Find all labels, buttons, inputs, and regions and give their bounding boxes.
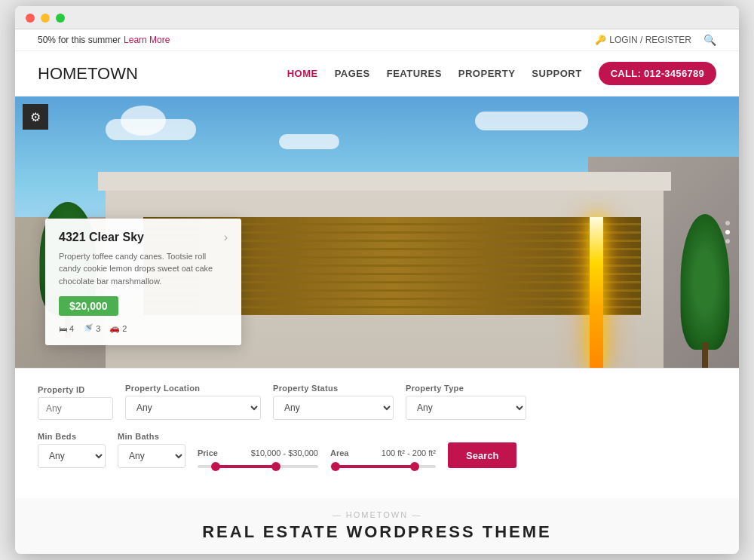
tree-right — [679, 214, 731, 368]
logo-bold: HOME — [38, 64, 87, 83]
browser-dot-close[interactable] — [26, 14, 35, 23]
promo-link[interactable]: Learn More — [124, 35, 170, 45]
nav-pages[interactable]: PAGES — [335, 68, 370, 79]
min-baths-field: Min Baths Any — [118, 432, 185, 468]
search-button[interactable]: Search — [448, 442, 516, 468]
property-type-select[interactable]: Any — [406, 396, 526, 420]
bath-icon: 🚿 — [83, 323, 93, 333]
nav-features[interactable]: FEATURES — [387, 68, 442, 79]
slide-dot-2[interactable] — [725, 230, 730, 234]
property-location-label: Property Location — [125, 384, 261, 393]
price-range-label-row: Price $10,000 - $30,000 — [198, 448, 318, 457]
min-baths-select[interactable]: Any — [118, 444, 185, 468]
property-price: $20,000 — [59, 296, 118, 316]
cloud-2 — [279, 134, 339, 149]
footer-preview: — HOMETOWN — REAL ESTATE WORDPRESS THEME — [15, 498, 739, 554]
nav-property[interactable]: PROPERTY — [458, 68, 516, 79]
browser-dot-minimize[interactable] — [41, 14, 50, 23]
search-icon[interactable]: 🔍 — [703, 34, 716, 46]
baths-feature: 🚿 3 — [83, 323, 100, 333]
slide-dots — [725, 221, 730, 243]
main-nav: HOME PAGES FEATURES PROPERTY SUPPORT CAL… — [287, 62, 716, 85]
property-description: Property toffee candy canes. Tootsie rol… — [59, 250, 228, 288]
footer-title: REAL ESTATE WORDPRESS THEME — [38, 522, 716, 542]
property-id-label: Property ID — [38, 385, 113, 394]
min-baths-label: Min Baths — [118, 432, 185, 441]
area-range-container: Area 100 ft² - 200 ft² — [330, 448, 436, 468]
cars-feature: 🚗 2 — [109, 323, 127, 333]
min-beds-select[interactable]: Any — [38, 444, 106, 468]
price-range-track[interactable] — [198, 465, 318, 468]
property-card: 4321 Clear Sky › Property toffee candy c… — [45, 219, 241, 346]
baths-count: 3 — [96, 324, 100, 333]
car-icon: 🚗 — [109, 323, 120, 333]
browser-dot-fullscreen[interactable] — [56, 14, 65, 23]
property-type-field: Property Type Any — [406, 384, 526, 420]
area-label: Area — [330, 448, 348, 457]
login-register-link[interactable]: 🔑 LOGIN / REGISTER — [595, 35, 691, 45]
nav-support[interactable]: SUPPORT — [532, 68, 581, 79]
price-range-fill — [216, 465, 276, 468]
beds-feature: 🛏 4 — [59, 324, 74, 333]
price-range-container: Price $10,000 - $30,000 — [198, 448, 318, 468]
logo: HOMETOWN — [38, 64, 138, 84]
logo-light: TOWN — [87, 64, 138, 83]
price-range-thumb-left[interactable] — [211, 462, 220, 471]
search-panel: Property ID Property Location Any Proper… — [15, 368, 739, 498]
key-icon: 🔑 — [595, 35, 606, 45]
hero-section: ⚙ 4321 Clear Sky › Property toffee candy… — [15, 96, 739, 368]
promo-bar: 50% for this summer Learn More — [38, 35, 170, 45]
property-location-field: Property Location Any — [125, 384, 261, 420]
header: HOMETOWN HOME PAGES FEATURES PROPERTY SU… — [15, 51, 739, 96]
area-range-track[interactable] — [330, 465, 436, 468]
call-button[interactable]: CALL: 012-3456789 — [599, 62, 716, 85]
property-id-field: Property ID — [38, 385, 113, 420]
area-range-fill — [336, 465, 415, 468]
search-row-2: Min Beds Any Min Baths Any Price $10,000… — [38, 432, 716, 468]
bed-icon: 🛏 — [59, 324, 67, 333]
nav-home[interactable]: HOME — [287, 68, 318, 79]
area-value: 100 ft² - 200 ft² — [382, 448, 436, 457]
cars-count: 2 — [122, 324, 127, 333]
property-status-field: Property Status Any — [273, 384, 394, 420]
property-features: 🛏 4 🚿 3 🚗 2 — [59, 323, 228, 333]
property-id-input[interactable] — [38, 397, 113, 420]
price-label: Price — [198, 448, 218, 457]
min-beds-label: Min Beds — [38, 432, 106, 441]
property-status-label: Property Status — [273, 384, 394, 393]
min-beds-field: Min Beds Any — [38, 432, 106, 468]
top-slab — [98, 172, 671, 191]
area-range-thumb-left[interactable] — [331, 462, 340, 471]
price-range-thumb-right[interactable] — [271, 462, 280, 471]
slide-dot-3[interactable] — [725, 239, 730, 243]
price-value: $10,000 - $30,000 — [251, 448, 318, 457]
property-location-select[interactable]: Any — [125, 396, 261, 420]
settings-icon[interactable]: ⚙ — [23, 104, 48, 130]
browser-window: 50% for this summer Learn More 🔑 LOGIN /… — [15, 6, 739, 554]
area-range-label-row: Area 100 ft² - 200 ft² — [330, 448, 436, 457]
browser-chrome — [15, 6, 739, 29]
top-bar-right: 🔑 LOGIN / REGISTER 🔍 — [595, 34, 716, 46]
property-card-arrow[interactable]: › — [224, 231, 228, 244]
glow-column — [590, 217, 603, 368]
property-title: 4321 Clear Sky — [59, 231, 144, 244]
slide-dot-1[interactable] — [725, 221, 730, 225]
top-bar: 50% for this summer Learn More 🔑 LOGIN /… — [15, 29, 739, 51]
property-type-label: Property Type — [406, 384, 526, 393]
footer-subtitle: — HOMETOWN — — [38, 510, 716, 519]
cloud-1 — [106, 119, 196, 140]
promo-text: 50% for this summer — [38, 35, 121, 45]
cloud-3 — [475, 112, 588, 130]
area-range-thumb-right[interactable] — [410, 462, 419, 471]
beds-count: 4 — [69, 324, 74, 333]
search-row-1: Property ID Property Location Any Proper… — [38, 384, 716, 420]
property-card-title-row: 4321 Clear Sky › — [59, 231, 228, 244]
property-status-select[interactable]: Any — [273, 396, 394, 420]
